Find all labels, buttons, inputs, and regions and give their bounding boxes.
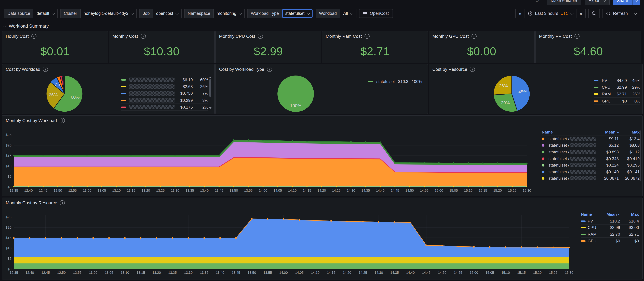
legend-row[interactable]: RAM$2.70$2.71: [581, 231, 639, 238]
legend-item[interactable]: $0.1752%: [121, 104, 208, 111]
chevron-down-icon: [570, 11, 574, 15]
job-select[interactable]: opencost: [153, 9, 181, 18]
legend-item[interactable]: statefulset$10.3100%: [368, 78, 420, 85]
panel-title[interactable]: Monthly Cost: [112, 34, 146, 39]
y-axis-tick-label: $5: [8, 257, 12, 261]
refresh-interval-dropdown[interactable]: [631, 9, 640, 18]
info-icon[interactable]: [471, 34, 476, 39]
panel-title[interactable]: Cost by Workload: [6, 67, 48, 72]
opencost-link-button[interactable]: OpenCost: [359, 9, 393, 18]
info-icon[interactable]: [574, 34, 580, 39]
legend-row[interactable]: statefulset /$0.348$0.419: [542, 155, 640, 162]
panel-title[interactable]: Cost by Workload Type: [219, 67, 272, 72]
info-icon[interactable]: [141, 34, 146, 39]
legend-row[interactable]: statefulset /$5.12$8.68: [542, 142, 640, 149]
share-button[interactable]: Share: [613, 0, 632, 5]
filter-workload-type: Workload Type statefulset: [248, 9, 313, 18]
scroll-up-icon[interactable]: [209, 76, 212, 78]
series-name-label: RAM: [588, 232, 596, 237]
info-icon[interactable]: [470, 67, 475, 72]
legend-scrollbar[interactable]: [208, 76, 212, 109]
legend-item[interactable]: GPU$00%: [594, 98, 640, 105]
top-toolbar: ☆ Make editable Export Share: [0, 0, 644, 6]
refresh-button[interactable]: Refresh: [603, 9, 631, 18]
monthly-cost-by-resource-chart[interactable]: $0$5$10$15$20$2512:3512:4012:4512:5012:5…: [2, 198, 642, 279]
info-icon[interactable]: [60, 118, 65, 123]
legend-header-max[interactable]: Max: [621, 130, 640, 135]
namespace-select[interactable]: monitoring: [214, 9, 244, 18]
panel-title[interactable]: Monthly Cost by Workload: [6, 118, 65, 123]
legend-header-name[interactable]: Name: [542, 130, 596, 135]
panel-title[interactable]: Monthly PV Cost: [539, 34, 580, 39]
point-marker: [457, 246, 459, 247]
legend-row[interactable]: PV$10.2$18.4: [581, 218, 639, 224]
info-icon[interactable]: [60, 200, 65, 205]
point-marker: [409, 162, 410, 163]
panel-monthly-ram-cost: Monthly Ram Cost $2.71: [322, 31, 428, 63]
time-range-picker[interactable]: Last 3 hours UTC: [524, 9, 576, 18]
x-axis-tick-label: 15:30: [565, 271, 573, 275]
panel-title[interactable]: Cost by Resource: [432, 67, 475, 72]
legend-row[interactable]: CPU$2.99$3.00: [581, 224, 639, 231]
legend-row[interactable]: statefulset /$9.11$13.4: [542, 135, 640, 142]
info-icon[interactable]: [267, 67, 272, 72]
scroll-down-icon[interactable]: [209, 107, 212, 109]
x-axis-tick-label: 12:35: [10, 189, 18, 192]
scrollbar-thumb[interactable]: [209, 79, 211, 97]
max-value: $13.4: [621, 137, 640, 141]
legend-row[interactable]: statefulset /$0.140$0.141: [542, 168, 640, 175]
legend-item[interactable]: $2.6826%: [121, 83, 208, 90]
legend-row[interactable]: statefulset /$0.898$1.12: [542, 149, 640, 155]
legend-item[interactable]: PV$4.6045%: [594, 77, 640, 84]
legend-row[interactable]: GPU$0$0: [581, 238, 639, 244]
panel-title[interactable]: Monthly GPU Cost: [432, 34, 476, 39]
legend-item[interactable]: RAM$2.7126%: [594, 91, 640, 98]
legend-item[interactable]: $0.7507%: [121, 90, 208, 97]
point-marker: [497, 163, 498, 164]
legend-scrollbar[interactable]: [640, 130, 641, 181]
export-button[interactable]: Export: [584, 0, 610, 5]
x-axis-tick-label: 12:40: [24, 189, 33, 192]
time-shift-back-button[interactable]: «: [516, 9, 524, 18]
legend-header-mean[interactable]: Mean: [598, 130, 619, 135]
panel-title[interactable]: Monthly Ram Cost: [326, 34, 370, 39]
workload-select[interactable]: All: [340, 9, 356, 18]
cluster-select[interactable]: honeylogic-default-4dy3: [80, 9, 136, 18]
make-editable-button[interactable]: Make editable: [546, 0, 581, 5]
point-marker: [13, 237, 15, 239]
info-icon[interactable]: [43, 67, 48, 72]
panel-title[interactable]: Hourly Cost: [6, 34, 36, 39]
x-axis-tick-label: 14:05: [274, 189, 282, 192]
point-marker: [380, 141, 381, 143]
time-zoom-out-button[interactable]: [589, 9, 600, 18]
y-axis-tick-label: $10: [6, 246, 12, 250]
x-axis-tick-label: 13:00: [89, 271, 98, 275]
workload-type-select[interactable]: statefulset: [282, 9, 312, 18]
legend-row[interactable]: statefulset /$0.0671$0.0672: [542, 175, 640, 182]
legend-row[interactable]: statefulset /$0.224$0.295: [542, 162, 640, 168]
info-icon[interactable]: [364, 34, 370, 39]
panel-title[interactable]: Monthly Cost by Resource: [6, 200, 65, 205]
row-workload-summary[interactable]: Workload Summary: [4, 23, 49, 29]
point-marker: [438, 186, 440, 187]
panel-monthly-cpu-cost: Monthly CPU Cost $2.99: [215, 31, 321, 63]
filter-label: Workload: [316, 9, 340, 18]
legend-item[interactable]: CPU$2.9929%: [594, 84, 640, 91]
favorite-star-icon[interactable]: ☆: [535, 0, 540, 5]
info-icon[interactable]: [258, 34, 263, 39]
legend-header-mean[interactable]: Mean: [602, 212, 620, 217]
share-button-group: Share: [613, 0, 640, 5]
share-dropdown-button[interactable]: [632, 0, 640, 5]
legend-header-name[interactable]: Name: [581, 212, 600, 217]
point-marker: [410, 222, 411, 223]
point-marker: [380, 186, 381, 187]
info-icon[interactable]: [32, 34, 36, 39]
time-shift-forward-button[interactable]: »: [576, 9, 586, 18]
data-source-select[interactable]: default: [34, 9, 58, 18]
legend-item[interactable]: $6.1960%: [121, 76, 208, 83]
panel-title[interactable]: Monthly CPU Cost: [219, 34, 263, 39]
mean-value: $2.99: [602, 225, 620, 230]
legend-header-max[interactable]: Max: [622, 212, 639, 217]
legend-item[interactable]: $0.2993%: [121, 97, 208, 104]
series-color-swatch: [542, 157, 544, 160]
